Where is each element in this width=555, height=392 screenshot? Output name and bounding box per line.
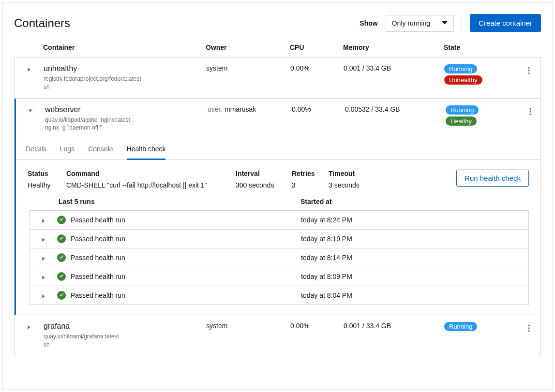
hc-label-command: Command xyxy=(66,170,236,177)
filter-dropdown[interactable]: Only running xyxy=(386,15,454,31)
status-badge: Healthy xyxy=(446,116,477,126)
check-circle-icon xyxy=(57,234,66,243)
table-header: Container Owner CPU Memory State xyxy=(14,44,541,57)
status-badge: Running xyxy=(446,105,479,115)
hc-label-timeout: Timeout xyxy=(329,170,387,177)
kebab-menu-icon[interactable] xyxy=(518,105,542,116)
container-command: sh xyxy=(44,83,206,91)
container-name[interactable]: webserver xyxy=(45,105,208,114)
container-owner: system xyxy=(206,64,290,72)
health-run-row: Passed health run today at 8:14 PM xyxy=(30,248,528,267)
run-status-text: Passed health run xyxy=(71,291,125,299)
expand-toggle[interactable] xyxy=(30,253,57,262)
health-run-row: Passed health run today at 8:19 PM xyxy=(30,230,528,248)
svg-point-7 xyxy=(528,328,529,329)
container-memory: 0.00532 / 33.4 GB xyxy=(345,105,446,113)
check-circle-icon xyxy=(57,216,66,224)
caret-down-icon xyxy=(442,19,448,27)
divider xyxy=(462,15,462,32)
run-time: today at 8:19 PM xyxy=(301,235,528,243)
svg-point-4 xyxy=(529,111,531,112)
container-memory: 0.001 / 33.4 GB xyxy=(344,322,444,330)
container-owner: user: mmarusak xyxy=(208,105,292,113)
hc-value-status: Healthy xyxy=(28,181,66,189)
run-time: today at 8:09 PM xyxy=(301,273,528,280)
svg-point-2 xyxy=(528,73,529,74)
container-cpu: 0.00% xyxy=(292,105,345,113)
health-run-row: Passed health run today at 8:24 PM xyxy=(30,211,528,230)
expand-toggle[interactable] xyxy=(30,216,57,224)
run-status-text: Passed health run xyxy=(71,273,125,280)
health-run-row: Passed health run today at 8:04 PM xyxy=(30,286,528,305)
col-container: Container xyxy=(43,44,206,51)
table-row: webserver quay.io/libpod/alpine_nginx:la… xyxy=(15,99,540,140)
check-circle-icon xyxy=(57,272,66,281)
svg-point-0 xyxy=(528,67,529,69)
run-status-text: Passed health run xyxy=(71,254,125,261)
runs-header-started: Started at xyxy=(300,198,529,205)
container-command: sh xyxy=(44,341,206,349)
collapse-toggle[interactable] xyxy=(16,105,45,114)
table-row: unhealthy registry.fedoraproject.org/fed… xyxy=(15,58,540,99)
tab-healthcheck[interactable]: Health check xyxy=(127,145,166,160)
col-state: State xyxy=(444,44,516,51)
run-time: today at 8:04 PM xyxy=(301,291,528,299)
container-image: registry.fedoraproject.org/fedora:latest xyxy=(44,75,206,83)
hc-label-interval: Interval xyxy=(236,170,292,177)
expand-toggle[interactable] xyxy=(30,234,57,243)
hc-label-status: Status xyxy=(28,170,66,177)
check-circle-icon xyxy=(57,291,66,300)
status-badge: Running xyxy=(444,64,477,73)
container-state: RunningUnhealthy xyxy=(444,64,517,87)
container-cpu: 0.00% xyxy=(290,64,344,72)
col-memory: Memory xyxy=(343,44,444,51)
tab-details[interactable]: Details xyxy=(26,145,46,160)
svg-point-1 xyxy=(528,70,529,71)
container-image: quay.io/libpod/alpine_nginx:latest xyxy=(45,116,208,124)
hc-value-interval: 300 seconds xyxy=(236,181,292,189)
container-image: quay.io/bitnami/grafana:latest xyxy=(44,333,206,341)
container-cpu: 0.00% xyxy=(290,322,344,330)
kebab-menu-icon[interactable] xyxy=(517,64,541,75)
run-health-check-button[interactable]: Run health check xyxy=(456,170,529,187)
run-status-text: Passed health run xyxy=(71,216,125,224)
svg-point-8 xyxy=(528,330,529,332)
expand-toggle[interactable] xyxy=(30,272,57,281)
container-owner: system xyxy=(206,322,290,330)
show-label: Show xyxy=(360,19,377,27)
runs-header-last5: Last 5 runs xyxy=(59,198,300,205)
check-circle-icon xyxy=(57,253,66,262)
run-time: today at 8:14 PM xyxy=(301,254,528,261)
expand-toggle[interactable] xyxy=(15,64,44,73)
kebab-menu-icon[interactable] xyxy=(517,322,541,333)
table-row: grafana quay.io/bitnami/grafana:latest s… xyxy=(15,315,540,356)
status-badge: Running xyxy=(444,322,477,331)
filter-value: Only running xyxy=(392,19,430,27)
col-owner: Owner xyxy=(206,44,290,51)
hc-label-retries: Retries xyxy=(292,170,329,177)
tab-console[interactable]: Console xyxy=(88,145,113,160)
container-command: nginx -g "daemon off;" xyxy=(45,124,208,132)
page-title: Containers xyxy=(14,16,70,30)
container-name[interactable]: unhealthy xyxy=(44,64,206,73)
container-state: RunningHealthy xyxy=(446,105,518,128)
container-memory: 0.001 / 33.4 GB xyxy=(344,64,444,72)
expand-toggle[interactable] xyxy=(15,322,44,331)
create-container-button[interactable]: Create container xyxy=(470,14,541,32)
container-name[interactable]: grafana xyxy=(44,322,206,331)
svg-point-3 xyxy=(529,108,531,109)
hc-value-command: CMD-SHELL "curl --fail http://localhost … xyxy=(66,181,236,189)
svg-point-5 xyxy=(529,114,531,115)
col-cpu: CPU xyxy=(290,44,343,51)
svg-point-6 xyxy=(528,325,529,326)
hc-value-retries: 3 xyxy=(292,181,329,189)
container-state: Running xyxy=(444,322,517,333)
tab-logs[interactable]: Logs xyxy=(60,145,75,160)
run-status-text: Passed health run xyxy=(71,235,125,243)
status-badge: Unhealthy xyxy=(444,75,482,85)
expand-toggle[interactable] xyxy=(30,291,57,300)
expanded-panel: DetailsLogsConsoleHealth checkStatusComm… xyxy=(15,139,540,315)
run-time: today at 8:24 PM xyxy=(301,216,528,224)
hc-value-timeout: 3 seconds xyxy=(329,181,387,189)
health-run-row: Passed health run today at 8:09 PM xyxy=(30,267,528,286)
